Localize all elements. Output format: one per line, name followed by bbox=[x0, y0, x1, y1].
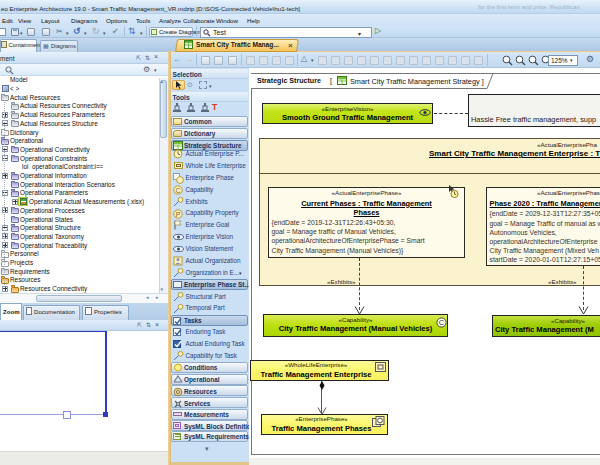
svg-text:C: C bbox=[175, 186, 180, 193]
svg-text:C: C bbox=[439, 318, 445, 327]
svg-text:P: P bbox=[176, 210, 181, 217]
